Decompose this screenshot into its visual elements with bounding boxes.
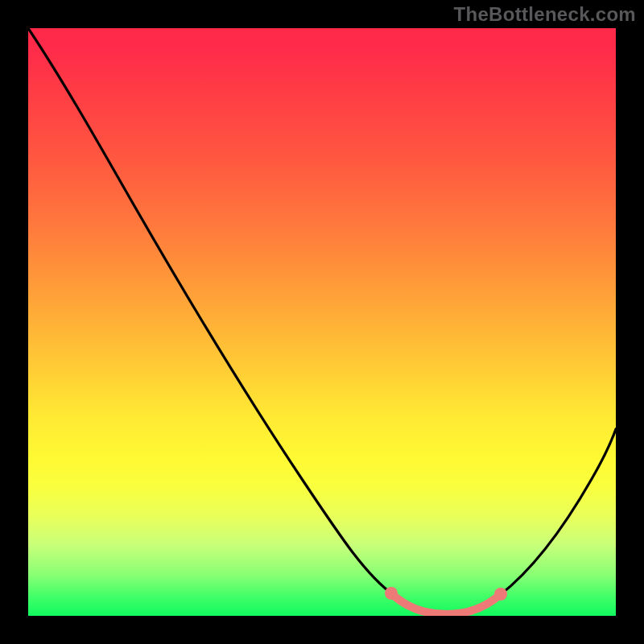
chart-frame: TheBottleneck.com <box>0 0 644 644</box>
bottleneck-curve-line <box>28 28 616 613</box>
watermark-text: TheBottleneck.com <box>454 3 636 26</box>
optimal-range-left-marker-icon <box>385 587 398 600</box>
optimal-range-highlight <box>391 593 501 614</box>
optimal-range-right-marker-icon <box>494 588 507 601</box>
curve-layer <box>28 28 616 616</box>
plot-area <box>28 28 616 616</box>
